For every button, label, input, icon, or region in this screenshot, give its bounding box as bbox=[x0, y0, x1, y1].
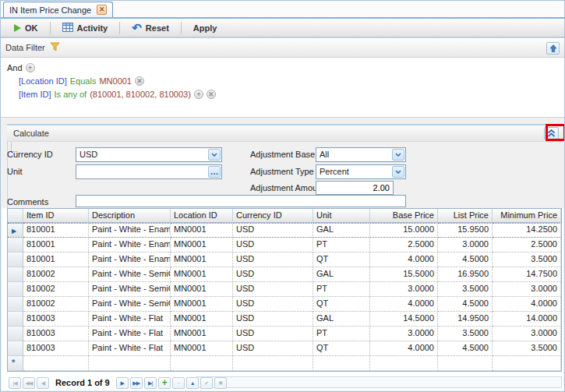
next-record-button[interactable]: ▶ bbox=[116, 377, 129, 389]
grid-cell[interactable]: Paint - White - SemiGl... bbox=[89, 282, 171, 297]
grid-cell[interactable] bbox=[23, 356, 89, 371]
grid-cell[interactable]: USD bbox=[233, 238, 313, 253]
table-row[interactable]: 810003Paint - White - FlatMN0001USDGAL14… bbox=[8, 312, 561, 327]
grid-cell[interactable]: Paint - White - Flat bbox=[89, 312, 171, 327]
grid-cell[interactable]: USD bbox=[233, 297, 313, 312]
reset-button[interactable]: ↶ Reset bbox=[123, 21, 178, 35]
grid-cell[interactable]: 14.7500 bbox=[493, 267, 561, 282]
grid-cell[interactable]: USD bbox=[233, 327, 313, 341]
grid-cell[interactable]: 14.5000 bbox=[370, 312, 438, 327]
grid-cell[interactable]: MN0001 bbox=[171, 267, 233, 282]
grid-cell[interactable]: 14.2500 bbox=[493, 223, 561, 238]
grid-cell[interactable]: PT bbox=[313, 327, 370, 341]
grid-cell[interactable]: 2.5000 bbox=[370, 238, 438, 253]
grid-cell[interactable]: USD bbox=[233, 312, 313, 327]
table-row[interactable]: 810001Paint - White - EnamelMN0001USDPT2… bbox=[8, 238, 561, 253]
grid-cell[interactable]: 810003 bbox=[23, 327, 89, 341]
table-row[interactable]: 810002Paint - White - SemiGl...MN0001USD… bbox=[8, 297, 561, 312]
grid-cell[interactable]: 2.5000 bbox=[493, 238, 561, 253]
activity-button[interactable]: Activity bbox=[54, 20, 117, 36]
grid-cell[interactable]: 3.5000 bbox=[438, 282, 493, 297]
prior-page-record-button[interactable]: ◀◀ bbox=[23, 377, 35, 389]
comments-input[interactable] bbox=[76, 195, 406, 207]
grid-cell[interactable]: 810003 bbox=[23, 341, 89, 356]
grid-cell[interactable]: Paint - White - SemiGl... bbox=[89, 267, 171, 282]
grid-cell[interactable]: MN0001 bbox=[171, 253, 233, 267]
grid-cell[interactable] bbox=[89, 356, 171, 371]
row-selector[interactable] bbox=[8, 238, 23, 253]
grid-column-header[interactable]: Base Price bbox=[370, 209, 438, 223]
grid-cell[interactable]: 15.9500 bbox=[438, 223, 493, 238]
grid-column-header[interactable]: List Price bbox=[438, 209, 493, 223]
grid-cell[interactable] bbox=[370, 356, 438, 371]
grid-cell[interactable]: Paint - White - Enamel bbox=[89, 238, 171, 253]
adjustment-amount-input[interactable] bbox=[316, 181, 394, 195]
grid-cell[interactable]: 16.9500 bbox=[438, 267, 493, 282]
prior-record-button[interactable]: ◀ bbox=[37, 377, 49, 389]
filter-root-operator[interactable]: And bbox=[7, 63, 23, 72]
filter-value[interactable]: (810001, 810002, 810003) bbox=[90, 90, 191, 99]
grid-cell[interactable]: MN0001 bbox=[171, 327, 233, 341]
adjustment-type-combo[interactable]: Percent bbox=[316, 164, 406, 179]
row-selector[interactable] bbox=[8, 341, 23, 356]
table-row[interactable]: 810003Paint - White - FlatMN0001USDQT4.0… bbox=[8, 341, 561, 356]
grid-cell[interactable]: QT bbox=[313, 341, 370, 356]
grid-cell[interactable]: 4.0000 bbox=[370, 253, 438, 267]
grid-cell[interactable]: MN0001 bbox=[171, 312, 233, 327]
new-row[interactable]: * bbox=[8, 356, 561, 371]
grid-cell[interactable]: 4.0000 bbox=[493, 297, 561, 312]
row-selector[interactable] bbox=[8, 282, 23, 297]
grid-cell[interactable] bbox=[171, 356, 233, 371]
table-row[interactable]: 810003Paint - White - FlatMN0001USDPT3.0… bbox=[8, 327, 561, 341]
grid-cell[interactable]: 3.0000 bbox=[438, 238, 493, 253]
first-record-button[interactable]: |◀ bbox=[9, 377, 21, 389]
grid-cell[interactable]: USD bbox=[233, 341, 313, 356]
grid-cell[interactable] bbox=[493, 356, 561, 371]
filter-collapse-button[interactable] bbox=[546, 42, 560, 55]
grid-cell[interactable]: USD bbox=[233, 253, 313, 267]
filter-value[interactable]: MN0001 bbox=[99, 76, 132, 86]
grid-cell[interactable]: Paint - White - Flat bbox=[89, 327, 171, 341]
grid-cell[interactable]: 3.5000 bbox=[493, 341, 561, 356]
grid-cell[interactable]: USD bbox=[233, 267, 313, 282]
row-selector[interactable]: ▶ bbox=[8, 223, 23, 238]
grid-cell[interactable]: Paint - White - SemiGl... bbox=[89, 297, 171, 312]
grid-column-header[interactable]: Currency ID bbox=[233, 209, 313, 223]
table-row[interactable]: 810001Paint - White - EnamelMN0001USDQT4… bbox=[8, 253, 561, 267]
table-row[interactable]: 810002Paint - White - SemiGl...MN0001USD… bbox=[8, 267, 561, 282]
chevron-down-icon[interactable] bbox=[208, 149, 221, 161]
next-page-record-button[interactable]: ▶▶ bbox=[130, 377, 143, 389]
row-selector[interactable] bbox=[8, 267, 23, 282]
filter-field[interactable]: [Item ID] bbox=[19, 90, 51, 99]
grid-cell[interactable]: 14.9500 bbox=[438, 312, 493, 327]
row-selector[interactable] bbox=[8, 297, 23, 312]
table-row[interactable]: ▶810001Paint - White - EnamelMN0001USDGA… bbox=[8, 223, 561, 238]
grid-cell[interactable]: PT bbox=[313, 282, 370, 297]
grid-column-header[interactable]: Location ID bbox=[171, 209, 233, 223]
calculate-collapse-button[interactable] bbox=[544, 127, 559, 139]
close-icon[interactable]: ✕ bbox=[97, 5, 107, 15]
grid-cell[interactable]: 810001 bbox=[23, 238, 89, 253]
append-record-button[interactable]: + bbox=[158, 377, 171, 389]
apply-button[interactable]: Apply bbox=[185, 21, 226, 35]
row-selector[interactable] bbox=[8, 253, 23, 267]
row-selector[interactable] bbox=[8, 312, 23, 327]
grid-cell[interactable]: Paint - White - Enamel bbox=[89, 223, 171, 238]
grid-cell[interactable]: 4.0000 bbox=[370, 297, 438, 312]
grid-column-header[interactable]: Unit bbox=[313, 209, 370, 223]
grid-cell[interactable]: QT bbox=[313, 253, 370, 267]
last-record-button[interactable]: ▶| bbox=[144, 377, 157, 389]
grid-cell[interactable]: 4.5000 bbox=[438, 341, 493, 356]
filter-operator[interactable]: Is any of bbox=[55, 90, 87, 99]
grid-cell[interactable]: 14.0000 bbox=[493, 312, 561, 327]
add-value-icon[interactable]: + bbox=[194, 90, 203, 99]
table-row[interactable]: 810002Paint - White - SemiGl...MN0001USD… bbox=[8, 282, 561, 297]
filter-operator[interactable]: Equals bbox=[70, 76, 97, 86]
grid-cell[interactable]: QT bbox=[313, 297, 370, 312]
chevron-down-icon[interactable] bbox=[392, 149, 404, 161]
grid-cell[interactable]: 3.5000 bbox=[493, 253, 561, 267]
horizontal-scrollbar[interactable]: ◀ bbox=[196, 376, 562, 388]
grid-cell[interactable]: 810002 bbox=[23, 282, 89, 297]
grid-cell[interactable]: 810001 bbox=[23, 253, 89, 267]
delete-record-button[interactable]: − bbox=[172, 377, 185, 389]
